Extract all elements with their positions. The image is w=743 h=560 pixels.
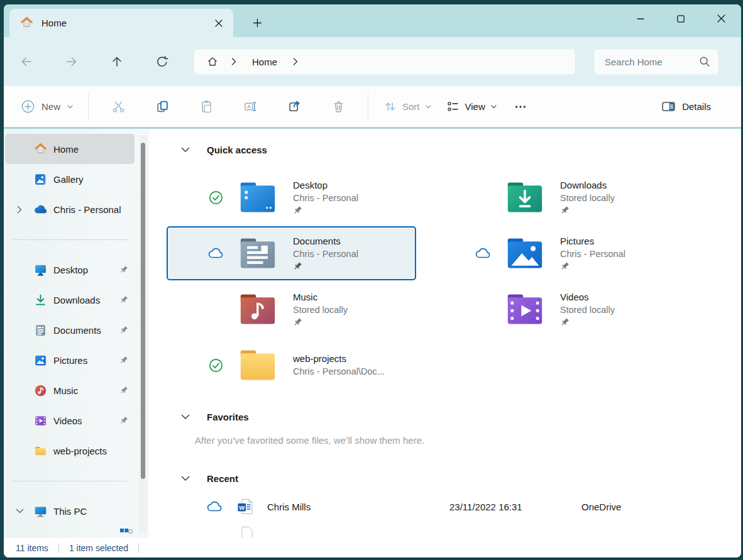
music-icon: [34, 384, 47, 397]
breadcrumb-segment-home[interactable]: Home: [245, 57, 285, 67]
more-options-button[interactable]: [504, 93, 537, 121]
recent-file-row-partial[interactable]: [167, 520, 741, 538]
pin-icon: [560, 206, 615, 217]
sidebar-item-pictures[interactable]: Pictures: [5, 345, 135, 375]
sidebar-item-onedrive[interactable]: Chris - Personal: [5, 194, 135, 224]
cloud-status-icon: [466, 247, 499, 260]
close-button[interactable]: [701, 4, 741, 33]
collapse-chevron-icon[interactable]: [180, 145, 190, 155]
tile-desktop[interactable]: Desktop Chris - Personal: [167, 170, 416, 224]
chevron-right-icon[interactable]: [5, 206, 34, 214]
file-modified-date: 23/11/2022 16:31: [449, 502, 581, 512]
refresh-button[interactable]: [148, 49, 176, 74]
sidebar-item-videos[interactable]: Videos: [5, 405, 135, 436]
tile-web-projects[interactable]: web-projects Chris - Personal\Doc...: [167, 338, 416, 392]
minimize-button[interactable]: [620, 4, 661, 33]
sidebar-item-downloads[interactable]: Downloads: [5, 285, 135, 315]
tile-name: Documents: [293, 234, 358, 248]
view-icon: [446, 100, 460, 113]
collapse-chevron-icon[interactable]: [180, 412, 190, 422]
search-icon[interactable]: [699, 56, 710, 67]
tab-home[interactable]: Home: [9, 9, 233, 37]
pin-icon: [119, 416, 128, 425]
copy-button[interactable]: [140, 93, 184, 121]
share-button[interactable]: [272, 93, 316, 121]
search-input[interactable]: [603, 56, 699, 68]
tile-name: Downloads: [560, 178, 615, 192]
sidebar-item-documents[interactable]: Documents: [5, 315, 135, 345]
recent-file-row[interactable]: W Chris Mills 23/11/2022 16:31 OneDrive: [167, 493, 741, 520]
collapse-chevron-icon[interactable]: [180, 473, 190, 483]
videos-icon: [34, 414, 47, 427]
tile-music[interactable]: Music Stored locally: [167, 282, 416, 336]
file-explorer-window: Home: [4, 4, 741, 557]
tab-close-icon[interactable]: [209, 14, 228, 33]
back-button[interactable]: [13, 49, 40, 74]
desktop-folder-icon: [239, 181, 277, 214]
rename-icon: A: [244, 100, 257, 113]
tile-subtitle: Chris - Personal: [293, 248, 358, 261]
documents-folder-icon: [239, 237, 277, 270]
forward-button[interactable]: [58, 49, 85, 74]
pictures-icon: [34, 354, 47, 367]
rename-button[interactable]: A: [228, 93, 272, 121]
sidebar-scrollbar-thumb[interactable]: [141, 143, 145, 479]
sidebar-item-home[interactable]: Home: [5, 134, 135, 164]
chevron-down-icon: [491, 105, 497, 109]
folder-icon: [34, 444, 47, 458]
details-pane-icon: [661, 100, 676, 113]
maximize-button[interactable]: [661, 4, 701, 33]
cut-button[interactable]: [96, 93, 140, 121]
breadcrumb-home-icon[interactable]: [202, 52, 223, 72]
address-bar[interactable]: Home: [194, 49, 575, 75]
delete-button[interactable]: [316, 93, 360, 121]
search-box[interactable]: [594, 49, 718, 75]
up-button[interactable]: [103, 49, 131, 74]
tile-subtitle: Chris - Personal: [293, 192, 358, 205]
documents-icon: [34, 324, 47, 337]
sort-button[interactable]: Sort: [376, 95, 439, 118]
item-count: 11 items: [16, 543, 48, 553]
tile-documents[interactable]: Documents Chris - Personal: [167, 226, 416, 280]
status-bar: 11 items 1 item selected: [4, 538, 741, 557]
sidebar-item-gallery[interactable]: Gallery: [5, 164, 135, 194]
new-tab-button[interactable]: [246, 12, 268, 33]
tile-downloads[interactable]: Downloads Stored locally: [434, 170, 683, 224]
quick-access-grid: Desktop Chris - Personal Downloads Store…: [167, 170, 683, 392]
tile-videos[interactable]: Videos Stored locally: [434, 282, 683, 336]
section-title: Recent: [207, 473, 238, 484]
music-folder-icon: [239, 293, 277, 326]
sidebar-item-web-projects[interactable]: web-projects: [5, 436, 135, 466]
tile-subtitle: Stored locally: [560, 192, 615, 205]
pin-icon: [119, 356, 128, 365]
sidebar-item-music[interactable]: Music: [5, 375, 135, 405]
selection-count: 1 item selected: [69, 543, 128, 553]
gallery-icon: [34, 173, 47, 186]
favorites-empty-text: After you’ve favorited some files, we’ll…: [167, 434, 741, 447]
view-button[interactable]: View: [439, 95, 504, 118]
new-button[interactable]: New: [14, 95, 80, 118]
sidebar-item-label: Pictures: [53, 355, 87, 366]
desktop-icon: [34, 263, 47, 277]
paste-button[interactable]: [184, 93, 228, 121]
file-location: OneDrive: [581, 502, 621, 512]
pin-icon: [560, 261, 625, 273]
synced-status-icon: [199, 358, 232, 373]
clipboard-icon: [200, 100, 213, 113]
sidebar-item-this-pc[interactable]: This PC: [5, 496, 135, 526]
word-document-icon: W: [237, 498, 253, 515]
sort-label: Sort: [402, 101, 420, 112]
svg-text:W: W: [239, 504, 245, 511]
downloads-folder-icon: [506, 181, 544, 214]
ellipsis-icon: [514, 101, 527, 113]
sidebar-item-label: Gallery: [53, 174, 84, 185]
breadcrumb-chevron-icon[interactable]: [223, 52, 245, 72]
new-button-label: New: [41, 101, 60, 112]
tile-pictures[interactable]: Pictures Chris - Personal: [434, 226, 683, 280]
tile-name: Videos: [560, 290, 615, 304]
details-button[interactable]: Details: [655, 95, 717, 118]
chevron-down-icon[interactable]: [5, 508, 34, 513]
breadcrumb-chevron-icon[interactable]: [285, 52, 306, 72]
sidebar-item-desktop[interactable]: Desktop: [5, 255, 135, 285]
favorites-header: Favorites: [167, 407, 741, 426]
